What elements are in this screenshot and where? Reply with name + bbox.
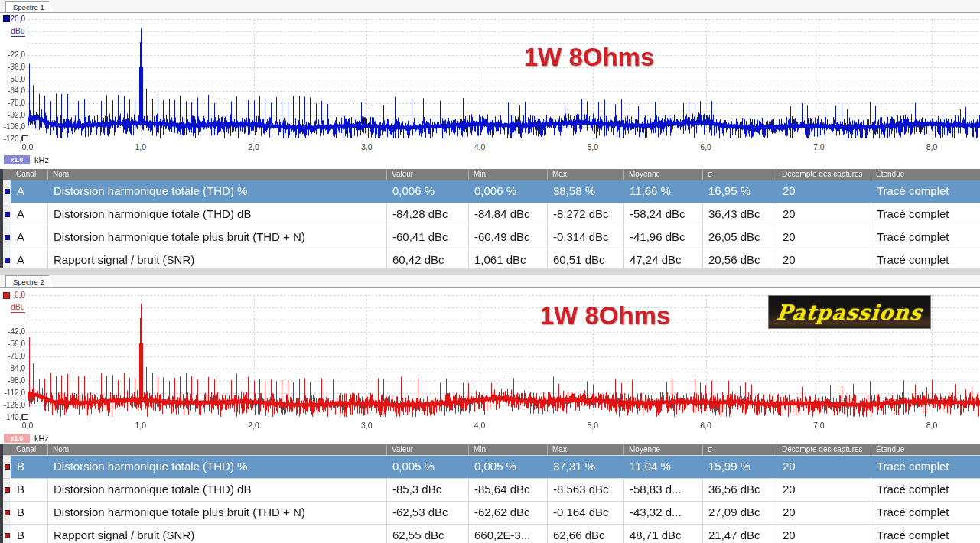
table-row[interactable]: ADistorsion harmonique totale plus bruit…	[3, 226, 980, 249]
table-cell: Tracé complet	[871, 502, 980, 524]
y-axis-unit-label-a[interactable]: dBu	[11, 26, 25, 37]
x-tick-label: 5,0	[580, 421, 606, 430]
column-header-8: Étendue	[871, 169, 980, 180]
x-tick-label: 8,0	[919, 421, 945, 430]
table-row[interactable]: BDistorsion harmonique totale (THD) dB-8…	[3, 478, 980, 501]
y-axis-drag-handle-a[interactable]	[22, 135, 28, 141]
y-axis-unit-label-b[interactable]: dBu	[11, 302, 25, 313]
x-tick-label: 5,0	[580, 142, 606, 151]
column-header-0: Canal	[11, 444, 47, 455]
tab-spectre-2-label: Spectre 2	[13, 278, 44, 286]
table-cell: 20	[777, 502, 871, 524]
table-cell: 0,005 %	[386, 456, 468, 478]
table-cell: Distorsion harmonique totale (THD) dB	[47, 479, 386, 501]
table-header-row: CanalNomValeurMin.Max.MoyenneσDécompte d…	[3, 169, 980, 180]
table-cell: 16,95 %	[702, 180, 777, 203]
x-tick-label: 0,0	[15, 142, 41, 151]
x-scale-badge-a[interactable]: x1.0	[4, 155, 30, 164]
spectre-1-panel: Spectre 1 dBu 20,0-22,0-36,0-50,0-64,0-7…	[0, 0, 980, 272]
column-header-0: Canal	[11, 169, 47, 180]
table-cell: 20	[777, 479, 871, 501]
table-row[interactable]: BRapport signal / bruit (SNR)62,55 dBc66…	[3, 524, 980, 543]
table-cell: B	[11, 525, 47, 543]
y-tick-label: 20,0	[0, 15, 25, 24]
table-cell: 11,04 %	[623, 456, 702, 478]
table-left-edge	[0, 169, 3, 272]
header-gutter-cell	[3, 444, 11, 455]
column-header-5: Moyenne	[623, 444, 702, 455]
spectrum-canvas-a[interactable]	[28, 19, 980, 139]
annotation-1w-8ohms-b: 1W 8Ohms	[483, 301, 728, 330]
table-row[interactable]: ADistorsion harmonique totale (THD) dB-8…	[3, 203, 980, 226]
column-header-7: Décompte des captures	[777, 444, 871, 455]
table-cell: B	[11, 456, 47, 478]
y-tick-label: -22,0	[0, 50, 25, 60]
x-scale-badge-b[interactable]: x1.0	[4, 434, 30, 443]
tab-strip-1: Spectre 1	[0, 0, 980, 13]
table-cell: -8,272 dBc	[547, 203, 623, 226]
table-cell: 27,09 dBc	[702, 502, 777, 524]
table-cell: Distorsion harmonique totale (THD) dB	[47, 203, 386, 226]
table-cell: -85,3 dBc	[386, 479, 468, 501]
table-cell: 20	[777, 226, 871, 249]
y-tick-label: -126,0	[0, 401, 25, 410]
x-axis-scale-row-a: x1.0 kHz	[4, 155, 49, 164]
tab-spectre-1-label: Spectre 1	[13, 3, 44, 11]
channel-marker-icon	[5, 189, 10, 194]
table-cell: 62,55 dBc	[386, 525, 468, 543]
tab-spectre-2[interactable]: Spectre 2	[5, 275, 54, 287]
table-cell: -62,62 dBc	[468, 502, 547, 524]
y-tick-label: -84,0	[0, 364, 25, 373]
column-header-7: Décompte des captures	[777, 169, 871, 180]
table-cell: 11,66 %	[623, 180, 702, 203]
table-row[interactable]: BDistorsion harmonique totale (THD) %0,0…	[3, 455, 980, 478]
table-cell: B	[11, 479, 47, 501]
row-gutter-cell	[3, 226, 11, 249]
x-axis-unit-label-a: kHz	[34, 155, 49, 164]
patpassions-logo-text: Patpassions	[776, 301, 924, 324]
table-cell: A	[11, 226, 47, 249]
table-cell: 38,58 %	[547, 180, 623, 203]
table-cell: 0,006 %	[386, 180, 468, 203]
x-axis-scale-row-b: x1.0 kHz	[4, 434, 49, 443]
x-tick-label: 3,0	[353, 421, 379, 430]
table-cell: 15,99 %	[702, 456, 777, 478]
channel-marker-icon	[5, 510, 10, 515]
table-cell: 660,2E-3...	[468, 525, 547, 543]
table-cell: 36,43 dBc	[702, 203, 777, 226]
column-header-6: σ	[702, 169, 777, 180]
x-tick-label: 8,0	[919, 142, 945, 151]
channel-marker-icon	[5, 464, 10, 470]
x-tick-label: 4,0	[467, 421, 493, 430]
y-tick-label: -98,0	[0, 376, 25, 385]
tab-strip-2: Spectre 2	[0, 275, 980, 288]
y-tick-label: -78,0	[0, 99, 25, 108]
channel-marker-icon	[5, 235, 10, 240]
tab-spectre-1[interactable]: Spectre 1	[5, 1, 54, 12]
table-cell: -84,84 dBc	[468, 203, 547, 226]
table-row[interactable]: ADistorsion harmonique totale (THD) %0,0…	[3, 180, 980, 203]
table-cell: 36,56 dBc	[702, 479, 777, 501]
x-tick-label: 6,0	[693, 421, 719, 430]
y-tick-label: -92,0	[0, 111, 25, 120]
x-tick-label: 1,0	[128, 142, 154, 151]
column-header-2: Valeur	[386, 444, 468, 455]
x-tick-label: 7,0	[806, 142, 832, 151]
table-cell: Tracé complet	[871, 479, 980, 501]
x-tick-label: 2,0	[241, 142, 267, 151]
column-header-2: Valeur	[386, 169, 468, 180]
x-axis-unit-label-b: kHz	[34, 434, 49, 443]
table-cell: -0,314 dBc	[547, 226, 623, 249]
table-row[interactable]: BDistorsion harmonique totale plus bruit…	[3, 501, 980, 524]
x-tick-label: 3,0	[353, 142, 379, 151]
channel-marker-icon	[5, 487, 10, 493]
y-tick-label: -42,0	[0, 327, 25, 337]
channel-marker-icon	[5, 533, 10, 538]
row-gutter-cell	[3, 203, 11, 226]
table-cell: 26,05 dBc	[702, 226, 777, 249]
table-cell: -43,32 d...	[623, 502, 702, 524]
table-cell: Tracé complet	[871, 525, 980, 543]
table-cell: Tracé complet	[871, 456, 980, 478]
y-tick-label: -106,0	[0, 122, 25, 132]
y-axis-drag-handle-b[interactable]	[22, 414, 28, 420]
